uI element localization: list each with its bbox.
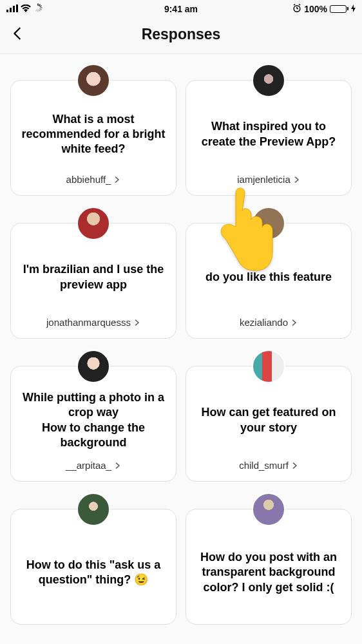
avatar[interactable] xyxy=(252,64,285,97)
responses-grid: What is a most recommended for a bright … xyxy=(0,54,362,625)
avatar[interactable] xyxy=(252,493,285,526)
username-text: abbiehuff_ xyxy=(66,174,111,185)
svg-line-8 xyxy=(40,9,41,10)
response-card[interactable]: How can get featured on your storychild_… xyxy=(186,366,352,482)
response-question: How to do this "ask us a question" thing… xyxy=(17,531,169,614)
response-question: What inspired you to create the Preview … xyxy=(193,102,345,166)
response-card[interactable]: While putting a photo in a crop way How … xyxy=(10,366,176,482)
svg-line-9 xyxy=(39,10,40,11)
response-question: How do you post with an transparent back… xyxy=(193,531,345,614)
status-time: 9:41 am xyxy=(164,4,198,14)
response-card[interactable]: What is a most recommended for a bright … xyxy=(10,80,176,196)
response-username-link[interactable]: kezialiando xyxy=(240,317,298,328)
charging-bolt-icon xyxy=(351,4,356,14)
page-title: Responses xyxy=(142,26,221,43)
chevron-right-icon xyxy=(114,174,120,185)
response-card[interactable]: How to do this "ask us a question" thing… xyxy=(10,509,176,625)
username-text: kezialiando xyxy=(240,317,288,328)
battery-percentage: 100% xyxy=(304,4,327,14)
svg-line-15 xyxy=(294,4,295,5)
avatar[interactable] xyxy=(252,207,285,240)
response-username-link[interactable]: abbiehuff_ xyxy=(66,174,121,185)
status-left xyxy=(6,3,43,14)
nav-bar: Responses xyxy=(0,15,362,54)
svg-rect-1 xyxy=(10,8,12,12)
response-card[interactable]: How do you post with an transparent back… xyxy=(186,509,352,625)
response-username-link[interactable]: jonathanmarquesss xyxy=(46,317,140,328)
svg-rect-0 xyxy=(6,10,8,12)
avatar[interactable] xyxy=(77,350,110,383)
status-bar: 9:41 am 100% xyxy=(0,0,362,15)
response-question: How can get featured on your story xyxy=(193,388,345,452)
response-card[interactable]: What inspired you to create the Preview … xyxy=(186,80,352,196)
svg-rect-2 xyxy=(13,6,15,12)
username-text: iamjenleticia xyxy=(237,174,291,185)
battery-icon xyxy=(330,5,348,13)
username-text: __arpitaa_ xyxy=(66,460,111,471)
svg-line-5 xyxy=(39,5,40,6)
svg-line-6 xyxy=(40,6,41,6)
response-question: While putting a photo in a crop way How … xyxy=(17,388,169,452)
username-text: jonathanmarquesss xyxy=(46,317,131,328)
response-question: What is a most recommended for a bright … xyxy=(17,102,169,166)
svg-line-11 xyxy=(36,10,37,11)
status-right: 100% xyxy=(292,4,356,14)
avatar[interactable] xyxy=(77,64,110,97)
alarm-icon xyxy=(292,4,301,14)
response-card[interactable]: do you like this featurekezialiando xyxy=(186,223,352,339)
wifi-icon xyxy=(21,4,31,14)
avatar[interactable] xyxy=(77,493,110,526)
response-question: I'm brazilian and I use the preview app xyxy=(17,245,169,309)
response-username-link[interactable]: iamjenleticia xyxy=(237,174,300,185)
response-card[interactable]: I'm brazilian and I use the preview appj… xyxy=(10,223,176,339)
svg-line-16 xyxy=(299,4,300,5)
cellular-signal-icon xyxy=(6,4,18,14)
chevron-right-icon xyxy=(115,460,121,471)
back-button[interactable] xyxy=(10,26,24,43)
chevron-right-icon xyxy=(134,317,140,328)
svg-rect-3 xyxy=(16,5,18,12)
chevron-right-icon xyxy=(292,460,298,471)
response-username-link[interactable]: __arpitaa_ xyxy=(66,460,121,471)
chevron-right-icon xyxy=(294,174,300,185)
response-question: do you like this feature xyxy=(205,245,332,309)
chevron-right-icon xyxy=(291,317,298,328)
username-text: child_smurf xyxy=(239,460,289,471)
avatar[interactable] xyxy=(252,350,285,383)
loading-spinner-icon xyxy=(33,3,43,14)
response-username-link[interactable]: child_smurf xyxy=(239,460,298,471)
avatar[interactable] xyxy=(77,207,110,240)
